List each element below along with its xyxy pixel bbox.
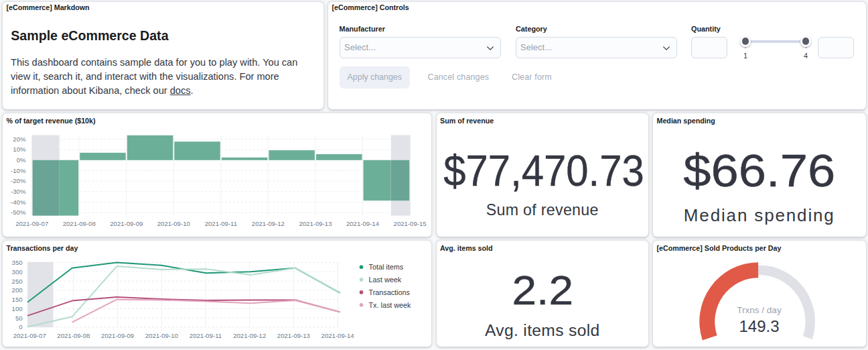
svg-text:2021-09-12: 2021-09-12 bbox=[233, 332, 266, 339]
svg-text:150: 150 bbox=[12, 296, 23, 303]
svg-text:2021-09-08: 2021-09-08 bbox=[63, 220, 96, 227]
svg-text:300: 300 bbox=[12, 268, 23, 275]
svg-text:2021-09-14: 2021-09-14 bbox=[321, 332, 355, 339]
svg-text:100: 100 bbox=[12, 304, 23, 312]
svg-text:2021-09-07: 2021-09-07 bbox=[15, 220, 48, 227]
svg-text:20%: 20% bbox=[13, 135, 26, 142]
svg-text:Transactions: Transactions bbox=[369, 288, 411, 296]
svg-text:2021-09-10: 2021-09-10 bbox=[145, 332, 178, 339]
svg-text:-50%: -50% bbox=[11, 209, 26, 216]
svg-text:200: 200 bbox=[12, 286, 23, 294]
svg-text:-30%: -30% bbox=[11, 188, 26, 195]
svg-text:Tx. last week: Tx. last week bbox=[369, 300, 412, 308]
svg-text:-20%: -20% bbox=[11, 177, 26, 184]
svg-text:2021-09-11: 2021-09-11 bbox=[190, 332, 222, 339]
svg-text:-10%: -10% bbox=[11, 166, 26, 174]
svg-text:2021-09-12: 2021-09-12 bbox=[252, 220, 285, 227]
svg-text:2021-09-13: 2021-09-13 bbox=[299, 220, 332, 227]
svg-text:2021-09-11: 2021-09-11 bbox=[205, 220, 237, 227]
svg-text:2021-09-09: 2021-09-09 bbox=[110, 220, 143, 227]
svg-text:Total items: Total items bbox=[369, 263, 404, 271]
svg-text:50: 50 bbox=[15, 314, 23, 321]
svg-text:2021-09-07: 2021-09-07 bbox=[13, 332, 46, 339]
svg-text:2021-09-14: 2021-09-14 bbox=[346, 220, 380, 227]
svg-text:2021-09-08: 2021-09-08 bbox=[57, 332, 90, 339]
svg-text:2021-09-10: 2021-09-10 bbox=[157, 220, 190, 227]
svg-text:Last week: Last week bbox=[369, 275, 402, 283]
svg-text:0%: 0% bbox=[17, 156, 26, 164]
svg-text:2021-09-15: 2021-09-15 bbox=[394, 220, 427, 227]
svg-text:-40%: -40% bbox=[11, 198, 26, 205]
svg-text:0: 0 bbox=[19, 323, 22, 331]
svg-text:2021-09-13: 2021-09-13 bbox=[277, 332, 310, 339]
svg-text:250: 250 bbox=[12, 277, 23, 284]
svg-text:2021-09-09: 2021-09-09 bbox=[101, 332, 134, 339]
svg-text:350: 350 bbox=[12, 258, 23, 266]
svg-text:10%: 10% bbox=[13, 145, 26, 153]
